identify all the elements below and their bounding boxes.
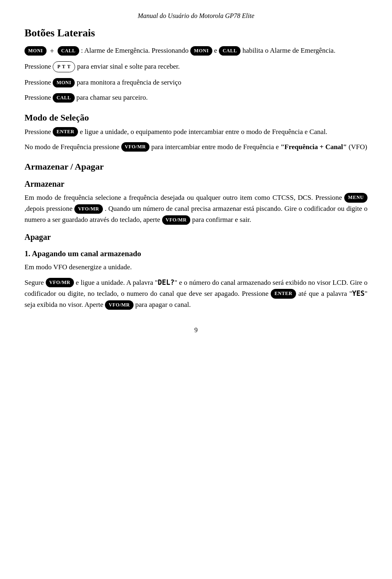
botoes-para-2: Pressione P T T para enviar sinal e solt…: [24, 61, 368, 73]
section-modo-selecao-title: Modo de Seleção: [24, 112, 368, 123]
section-apagando-title: 1. Apagando um canal armazenado: [24, 249, 368, 258]
badge-call-1: CALL: [58, 46, 79, 56]
section-botoes-laterais-title: Botões Laterais: [24, 27, 368, 39]
armazenar-para-1: Em modo de frequência selecione a frequê…: [24, 192, 368, 226]
badge-call-3: CALL: [53, 93, 74, 103]
botoes-para-3: Pressione MONI para monitora a frequênci…: [24, 77, 368, 88]
badge-vfomr-1: VFO/MR: [121, 142, 150, 152]
section-armazenar-title: Armazenar: [24, 179, 368, 189]
badge-moni-3: MONI: [53, 78, 75, 87]
badge-enter-2: ENTER: [271, 289, 296, 298]
badge-vfomr-4: VFO/MR: [46, 278, 74, 287]
badge-moni-1: MONI: [24, 46, 47, 56]
badge-vfomr-2: VFO/MR: [74, 204, 103, 214]
apagar-para-1: Em modo VFO desenergize a unidade.: [24, 262, 368, 273]
apagar-para-2: Segure VFO/MR e ligue a unidade. A palav…: [24, 277, 368, 311]
page-number: 9: [24, 326, 368, 334]
modo-para-2: No modo de Frequência pressione VFO/MR p…: [24, 141, 368, 152]
badge-menu-1: MENU: [344, 193, 368, 202]
botoes-para-4: Pressione CALL para chamar seu parceiro.: [24, 92, 368, 103]
modo-para-1: Pressione ENTER e ligue a unidade, o equ…: [24, 126, 368, 137]
header-title: Manual do Usuário do Motorola GP78 Elite: [138, 12, 254, 19]
page-header: Manual do Usuário do Motorola GP78 Elite: [24, 12, 368, 20]
badge-vfomr-3: VFO/MR: [162, 215, 191, 225]
badge-moni-2: MONI: [190, 46, 212, 56]
section-armazenar-apagar-title: Armazenar / Apagar: [24, 161, 368, 172]
badge-call-2: CALL: [219, 46, 241, 56]
section-apagar-title: Apagar: [24, 232, 368, 242]
badge-vfomr-5: VFO/MR: [105, 300, 134, 310]
badge-enter-1: ENTER: [53, 127, 78, 136]
botoes-para-1: MONI + CALL : Alarme de Emergência. Pres…: [24, 45, 368, 57]
badge-ptt: P T T: [53, 61, 75, 72]
